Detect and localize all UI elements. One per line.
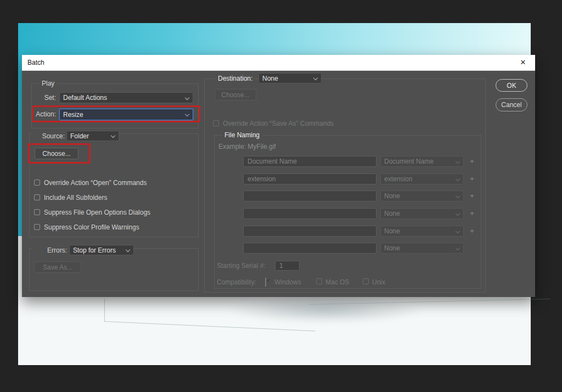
- set-label: Set:: [30, 94, 56, 102]
- chevron-down-icon: [456, 177, 460, 181]
- chevron-down-icon: [456, 229, 460, 233]
- plus-icon: [468, 191, 476, 201]
- naming-select-value: Document Name: [384, 158, 454, 165]
- page-shadow: [227, 296, 424, 324]
- action-value: Resize: [63, 111, 183, 119]
- choose-destination-label: Choose...: [221, 91, 249, 99]
- serial-input: 1: [275, 261, 300, 271]
- naming-input-4: [243, 208, 376, 219]
- close-icon[interactable]: [516, 55, 530, 70]
- screenshot-root: Batch Play Set: Default Actions Action: …: [0, 0, 562, 392]
- errors-value: Stop for Errors: [73, 247, 124, 254]
- naming-input-6: [243, 243, 376, 254]
- action-dropdown[interactable]: Resize: [59, 109, 193, 120]
- naming-select-4: None: [380, 208, 464, 219]
- plus-icon: [468, 226, 476, 237]
- chevron-down-icon: [456, 194, 460, 198]
- file-naming-example: Example: MyFile.gif: [218, 143, 276, 150]
- set-dropdown[interactable]: Default Actions: [59, 92, 193, 103]
- destination-dropdown[interactable]: None: [258, 73, 322, 83]
- mac-os-label: Mac OS: [325, 278, 349, 286]
- choose-source-button[interactable]: Choose...: [35, 148, 78, 159]
- naming-input-2: extension: [243, 173, 376, 184]
- naming-select-value: None: [384, 244, 454, 252]
- source-value: Folder: [70, 132, 109, 140]
- mac-os-checkbox: [316, 278, 322, 284]
- chevron-down-icon: [456, 247, 460, 250]
- chevron-down-icon: [111, 134, 115, 138]
- chevron-down-icon: [186, 96, 189, 100]
- save-as-button: Save As...: [34, 261, 81, 273]
- naming-select-value: None: [384, 227, 454, 235]
- serial-value: 1: [279, 262, 283, 270]
- windows-checkbox: [265, 278, 266, 287]
- naming-input-1: Document Name: [243, 156, 376, 167]
- suppress-color-warnings-checkbox[interactable]: [34, 224, 40, 230]
- naming-select-6: None: [380, 243, 464, 254]
- naming-select-3: None: [380, 191, 464, 201]
- dialog-titlebar: Batch: [22, 55, 535, 71]
- override-save-as-label: Override Action “Save As” Commands: [223, 120, 334, 127]
- chevron-down-icon: [456, 160, 460, 164]
- source-dropdown[interactable]: Folder: [66, 131, 119, 141]
- unix-label: Unix: [372, 278, 385, 286]
- chevron-down-icon: [456, 212, 460, 216]
- naming-input-text: extension: [248, 175, 276, 183]
- include-subfolders-checkbox[interactable]: [34, 194, 40, 200]
- plus-icon: [468, 156, 476, 167]
- naming-select-value: None: [384, 192, 454, 200]
- override-save-as-checkbox: [213, 120, 219, 126]
- unix-checkbox: [363, 278, 369, 284]
- compatibility-label: Compatibility:: [217, 278, 256, 286]
- suppress-open-dialogs-checkbox[interactable]: [34, 209, 40, 215]
- plus-icon: [468, 173, 476, 184]
- batch-dialog: Batch Play Set: Default Actions Action: …: [22, 55, 535, 297]
- set-value: Default Actions: [63, 94, 183, 102]
- naming-select-value: extension: [384, 175, 454, 183]
- chevron-down-icon: [314, 76, 318, 80]
- file-naming-label: File Naming: [222, 131, 262, 139]
- windows-label: Windows: [274, 278, 301, 286]
- naming-select-value: None: [384, 210, 454, 217]
- suppress-open-dialogs-label: Suppress File Open Options Dialogs: [44, 209, 150, 216]
- naming-select-5: None: [380, 226, 464, 237]
- choose-destination-button: Choose...: [215, 89, 256, 100]
- page-fold-line-vertical: [104, 299, 105, 322]
- ok-label: OK: [507, 82, 516, 89]
- action-label: Action:: [30, 110, 56, 118]
- errors-dropdown[interactable]: Stop for Errors: [69, 245, 134, 255]
- cancel-button[interactable]: Cancel: [496, 98, 527, 111]
- naming-input-text: Document Name: [248, 158, 297, 165]
- chevron-down-icon: [126, 248, 130, 252]
- serial-label: Starting Serial #:: [217, 262, 266, 270]
- ok-button[interactable]: OK: [496, 79, 527, 92]
- suppress-color-warnings-label: Suppress Color Profile Warnings: [44, 223, 139, 231]
- play-group-label: Play: [39, 80, 57, 87]
- plus-icon: [468, 208, 476, 219]
- save-as-label: Save As...: [43, 264, 72, 271]
- choose-source-label: Choose...: [42, 150, 70, 158]
- naming-input-3: [243, 191, 376, 201]
- destination-value: None: [262, 75, 312, 82]
- chevron-down-icon: [186, 113, 189, 116]
- include-subfolders-label: Include All Subfolders: [44, 194, 107, 201]
- cancel-label: Cancel: [501, 101, 521, 109]
- source-label: Source:: [32, 132, 66, 140]
- errors-label: Errors:: [32, 247, 68, 254]
- dialog-title: Batch: [27, 55, 44, 70]
- destination-label: Destination:: [216, 75, 254, 82]
- naming-input-5: [243, 226, 376, 237]
- naming-select-2: extension: [380, 173, 464, 184]
- override-open-checkbox[interactable]: [34, 180, 40, 186]
- override-open-label: Override Action “Open” Commands: [44, 179, 147, 187]
- naming-select-1: Document Name: [380, 156, 464, 167]
